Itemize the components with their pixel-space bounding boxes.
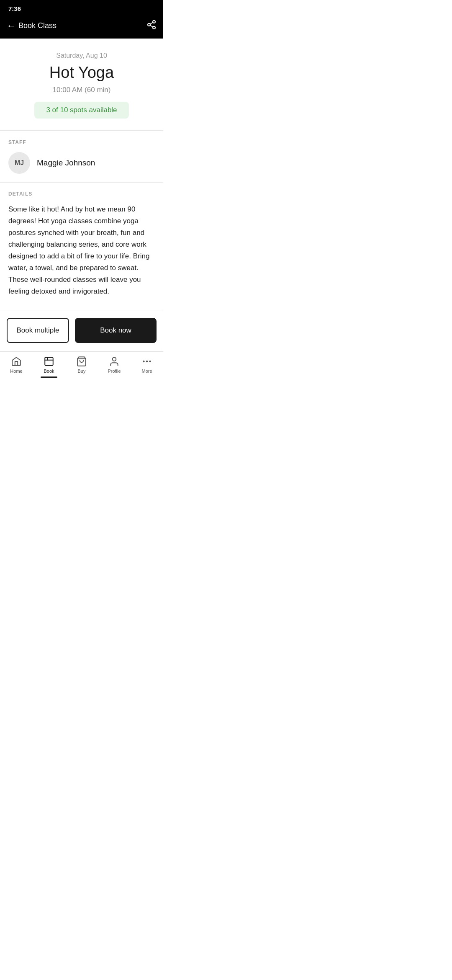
nav-title: Book Class: [18, 21, 56, 30]
details-text: Some like it hot! And by hot we mean 90 …: [8, 204, 155, 310]
svg-point-10: [150, 361, 151, 362]
details-section: DETAILS Some like it hot! And by hot we …: [0, 182, 163, 310]
nav-label-buy: Buy: [78, 369, 86, 374]
more-icon: [141, 356, 152, 367]
svg-point-7: [113, 358, 116, 361]
staff-section-label: STAFF: [8, 139, 155, 145]
action-buttons: Book multiple Book now: [0, 310, 163, 351]
nav-item-buy[interactable]: Buy: [65, 356, 98, 374]
home-icon: [11, 356, 22, 367]
svg-point-9: [146, 361, 147, 362]
staff-avatar: MJ: [8, 152, 30, 174]
nav-item-home[interactable]: Home: [0, 356, 33, 374]
svg-line-3: [150, 26, 153, 27]
staff-name: Maggie Johnson: [37, 158, 95, 168]
share-button[interactable]: [146, 20, 157, 32]
buy-icon: [76, 356, 87, 367]
nav-item-more[interactable]: More: [131, 356, 163, 374]
staff-row: MJ Maggie Johnson: [8, 152, 155, 182]
nav-label-more: More: [141, 369, 152, 374]
book-multiple-button[interactable]: Book multiple: [7, 318, 69, 343]
nav-item-book[interactable]: Book: [33, 356, 65, 374]
bottom-nav: Home Book Buy: [0, 351, 163, 382]
svg-point-8: [143, 361, 144, 362]
status-bar: 7:36: [0, 0, 163, 15]
profile-icon: [109, 356, 120, 367]
back-arrow-icon: ←: [7, 21, 16, 31]
status-time: 7:36: [8, 5, 21, 12]
share-icon: [146, 20, 157, 30]
top-nav: ← Book Class: [0, 15, 163, 39]
nav-label-profile: Profile: [108, 369, 121, 374]
svg-rect-5: [45, 358, 53, 366]
nav-label-home: Home: [10, 369, 22, 374]
class-date: Saturday, Aug 10: [8, 52, 155, 59]
details-section-label: DETAILS: [8, 191, 155, 197]
class-name: Hot Yoga: [8, 64, 155, 82]
spots-badge: 3 of 10 spots available: [34, 102, 128, 119]
svg-line-4: [150, 23, 153, 24]
hero-section: Saturday, Aug 10 Hot Yoga 10:00 AM (60 m…: [0, 39, 163, 131]
book-now-button[interactable]: Book now: [75, 318, 157, 343]
book-icon: [44, 356, 54, 367]
nav-item-profile[interactable]: Profile: [98, 356, 131, 374]
class-time: 10:00 AM (60 min): [8, 86, 155, 94]
staff-section: STAFF MJ Maggie Johnson: [0, 131, 163, 182]
back-button[interactable]: ← Book Class: [7, 21, 56, 31]
nav-label-book: Book: [44, 369, 54, 374]
